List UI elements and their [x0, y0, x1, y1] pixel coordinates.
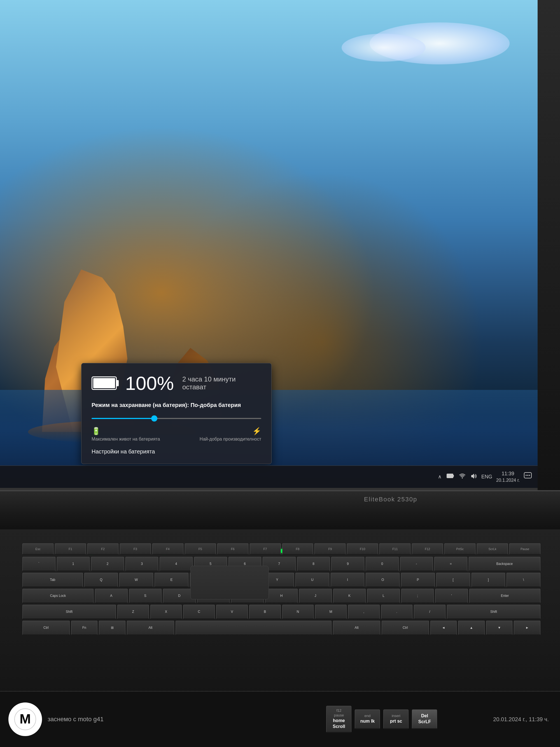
- key-space[interactable]: [176, 621, 332, 635]
- taskbar-chevron[interactable]: ∧: [437, 472, 443, 481]
- key-lbracket[interactable]: [: [436, 573, 470, 587]
- key-3[interactable]: 3: [126, 557, 158, 571]
- key-b[interactable]: B: [249, 605, 281, 619]
- key-k[interactable]: K: [333, 589, 366, 603]
- key-f7[interactable]: F7: [250, 543, 281, 555]
- key-alt-right[interactable]: Alt: [333, 621, 380, 635]
- screen-area: 100% 2 часа 10 минути остават Режим на з…: [0, 0, 538, 490]
- key-f6[interactable]: F6: [217, 543, 248, 555]
- key-s[interactable]: S: [129, 589, 162, 603]
- key-u[interactable]: U: [295, 573, 329, 587]
- bottom-key-del-scrlf[interactable]: Del ScrLF: [412, 710, 437, 729]
- key-2[interactable]: 2: [91, 557, 124, 571]
- svg-text:M: M: [20, 712, 31, 726]
- screen-bezel-bottom: [0, 490, 560, 513]
- taskbar-chat-icon[interactable]: [524, 472, 532, 482]
- key-8[interactable]: 8: [297, 557, 330, 571]
- key-arrow-left[interactable]: ◄: [430, 621, 457, 635]
- key-j[interactable]: J: [299, 589, 332, 603]
- key-win[interactable]: ⊞: [99, 621, 126, 635]
- key-fn[interactable]: Fn: [71, 621, 98, 635]
- key-q[interactable]: Q: [84, 573, 118, 587]
- key-minus[interactable]: -: [400, 557, 433, 571]
- key-arrow-down[interactable]: ▼: [486, 621, 513, 635]
- touchpad[interactable]: [190, 566, 269, 599]
- key-caps[interactable]: Caps Lock: [22, 589, 94, 603]
- key-backtick[interactable]: `: [22, 557, 55, 571]
- key-f4[interactable]: F4: [152, 543, 183, 555]
- key-prtsc[interactable]: PrtSc: [444, 543, 475, 555]
- key-h[interactable]: H: [265, 589, 298, 603]
- battery-settings-link[interactable]: Настройки на батерията: [91, 448, 261, 455]
- key-rbracket[interactable]: ]: [472, 573, 505, 587]
- key-i[interactable]: I: [331, 573, 365, 587]
- key-f12[interactable]: F12: [412, 543, 443, 555]
- bottom-datetime: 20.01.2024 г., 11:39 ч.: [493, 716, 549, 723]
- bottom-key-end-numlk[interactable]: end num lk: [355, 710, 380, 729]
- taskbar-volume-icon[interactable]: [470, 473, 477, 481]
- key-shift-left[interactable]: Shift: [22, 605, 116, 619]
- motorola-logo: M: [8, 702, 42, 736]
- battery-life-icon: 🔋: [91, 427, 101, 436]
- key-arrow-right[interactable]: ►: [514, 621, 540, 635]
- key-backspace[interactable]: Backspace: [469, 557, 540, 571]
- key-del-label: Del: [421, 713, 428, 719]
- taskbar-language[interactable]: ENG: [481, 474, 492, 480]
- key-alt-left[interactable]: Alt: [127, 621, 174, 635]
- key-m[interactable]: M: [315, 605, 347, 619]
- key-slash[interactable]: /: [414, 605, 446, 619]
- key-e[interactable]: E: [155, 573, 188, 587]
- key-f1[interactable]: F1: [55, 543, 86, 555]
- key-f2[interactable]: F2: [87, 543, 118, 555]
- svg-marker-3: [471, 474, 474, 479]
- key-w[interactable]: W: [119, 573, 153, 587]
- key-v[interactable]: V: [216, 605, 248, 619]
- key-pause[interactable]: Pause: [509, 543, 540, 555]
- key-ctrl-right[interactable]: Ctrl: [382, 621, 429, 635]
- key-a[interactable]: A: [95, 589, 128, 603]
- power-slider-thumb[interactable]: [151, 415, 157, 421]
- key-pause-label: pause: [334, 713, 344, 718]
- key-1[interactable]: 1: [57, 557, 90, 571]
- key-equals[interactable]: =: [434, 557, 467, 571]
- battery-time-info: 2 часа 10 минути остават: [182, 375, 236, 391]
- key-backslash[interactable]: \: [507, 573, 540, 587]
- key-period[interactable]: .: [381, 605, 413, 619]
- key-4[interactable]: 4: [160, 557, 193, 571]
- taskbar-datetime[interactable]: 11:39 20.1.2024 г.: [496, 470, 520, 484]
- key-scrlk[interactable]: ScrLk: [477, 543, 508, 555]
- power-slider-container[interactable]: [91, 414, 261, 423]
- taskbar-wifi-icon[interactable]: [458, 472, 466, 481]
- key-p[interactable]: P: [401, 573, 435, 587]
- key-z[interactable]: Z: [117, 605, 149, 619]
- key-enter[interactable]: Enter: [469, 589, 540, 603]
- key-0[interactable]: 0: [366, 557, 399, 571]
- key-quote[interactable]: ': [435, 589, 468, 603]
- key-esc[interactable]: Esc: [22, 543, 53, 555]
- key-f11[interactable]: F11: [379, 543, 410, 555]
- key-arrow-up[interactable]: ▲: [458, 621, 485, 635]
- key-shift-right[interactable]: Shift: [447, 605, 540, 619]
- taskbar-battery-icon[interactable]: [447, 473, 454, 480]
- key-f8[interactable]: F8: [282, 543, 313, 555]
- key-f10[interactable]: F10: [347, 543, 378, 555]
- bottom-key-insert-prtsc[interactable]: inseri prt sc: [383, 710, 408, 729]
- key-9[interactable]: 9: [331, 557, 364, 571]
- key-ctrl-left[interactable]: Ctrl: [22, 621, 70, 635]
- bottom-key-home-scroll[interactable]: f12 pause homeScroll: [326, 706, 351, 732]
- power-slider-track[interactable]: [91, 418, 261, 419]
- key-f5[interactable]: F5: [185, 543, 216, 555]
- keyboard-area: Esc F1 F2 F3 F4 F5 F6 F7 F8 F9 F10 F11 F…: [22, 543, 540, 637]
- key-c[interactable]: C: [183, 605, 215, 619]
- key-comma[interactable]: ,: [348, 605, 380, 619]
- key-o[interactable]: O: [366, 573, 400, 587]
- key-n[interactable]: N: [282, 605, 314, 619]
- key-f9[interactable]: F9: [315, 543, 346, 555]
- key-l[interactable]: L: [367, 589, 400, 603]
- key-f3[interactable]: F3: [120, 543, 151, 555]
- key-x[interactable]: X: [150, 605, 182, 619]
- key-end-label: end: [365, 714, 371, 718]
- key-tab[interactable]: Tab: [22, 573, 83, 587]
- slider-icons: 🔋 ⚡: [91, 427, 261, 436]
- key-semicolon[interactable]: ;: [401, 589, 434, 603]
